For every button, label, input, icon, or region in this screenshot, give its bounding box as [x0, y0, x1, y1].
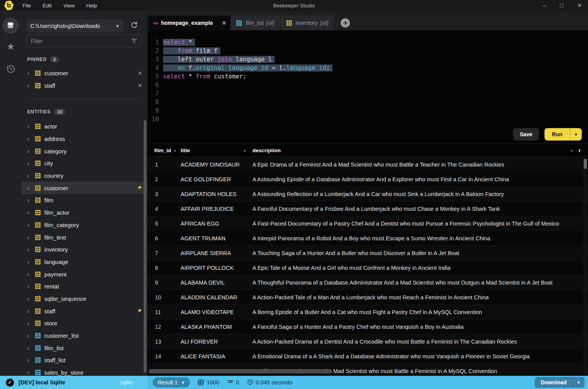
- history-panel-button[interactable]: [0, 64, 21, 74]
- chevron-right-icon[interactable]: ›: [27, 320, 35, 326]
- entity-item-inventory[interactable]: ›inventory: [21, 243, 148, 256]
- menu-edit[interactable]: Edit: [43, 3, 52, 9]
- unpin-close-icon[interactable]: ✕: [138, 70, 142, 76]
- vertical-scrollbar-thumb[interactable]: [584, 159, 587, 169]
- table-row[interactable]: 8AIRPORT POLLOCKA Epic Tale of a Moose A…: [148, 260, 588, 275]
- cell-title[interactable]: AIRPLANE SIERRA: [181, 250, 252, 256]
- download-dropdown-button[interactable]: ▼: [572, 377, 585, 388]
- cell-description[interactable]: A Astounding Epistle of a Database Admin…: [252, 176, 588, 182]
- chevron-right-icon[interactable]: ›: [27, 197, 35, 203]
- chevron-right-icon[interactable]: ›: [27, 172, 35, 179]
- cell-description[interactable]: A Fast-Paced Documentary of a Pastry Che…: [252, 221, 588, 227]
- table-row[interactable]: 11ALAMO VIDEOTAPEA Boring Epistle of a B…: [148, 305, 588, 320]
- table-row[interactable]: 6AGENT TRUMANA Intrepid Panorama of a Ro…: [148, 231, 588, 246]
- cell-film-id[interactable]: 13: [148, 339, 181, 345]
- unpin-close-icon[interactable]: ✕: [138, 83, 142, 89]
- table-row[interactable]: 5AFRICAN EGGA Fast-Paced Documentary of …: [148, 216, 588, 231]
- chevron-right-icon[interactable]: ›: [27, 234, 35, 241]
- cell-title[interactable]: AIRPORT POLLOCK: [181, 265, 252, 271]
- chevron-right-icon[interactable]: ›: [27, 148, 35, 155]
- cell-description[interactable]: A Action-Packed Drama of a Dentist And a…: [252, 339, 588, 345]
- table-row[interactable]: 7AIRPLANE SIERRAA Touching Saga of a Hun…: [148, 246, 588, 260]
- tab-inventory[interactable]: inventory[all]: [281, 16, 335, 30]
- tab-homepage_example[interactable]: <>homepage_example✕: [148, 16, 231, 30]
- maximize-icon[interactable]: □: [560, 2, 563, 9]
- chevron-right-icon[interactable]: ›: [27, 70, 35, 76]
- chevron-right-icon[interactable]: ›: [27, 357, 35, 363]
- column-header-description[interactable]: description: [252, 148, 570, 153]
- cell-description[interactable]: A Boring Epistle of a Butler And a Cat w…: [252, 309, 588, 315]
- chevron-right-icon[interactable]: ›: [27, 345, 35, 351]
- chevron-right-icon[interactable]: ›: [27, 209, 35, 216]
- entity-item-address[interactable]: ›address: [21, 133, 148, 145]
- entity-item-country[interactable]: ›country: [21, 170, 148, 182]
- close-icon[interactable]: ✕: [577, 2, 582, 9]
- table-row[interactable]: 12ALASKA PHANTOMA Fanciful Saga of a Hun…: [148, 320, 588, 334]
- entity-item-actor[interactable]: ›actor: [21, 120, 148, 133]
- cell-description[interactable]: A Thoughtful Panorama of a Database Admi…: [252, 280, 588, 286]
- tab-film_list[interactable]: film_list[all]: [231, 16, 280, 30]
- column-header-truncated[interactable]: ▲ r: [570, 148, 588, 153]
- table-row[interactable]: 4AFFAIR PREJUDICEA Fanciful Documentary …: [148, 201, 588, 216]
- entity-item-sales_by_store[interactable]: ›sales_by_store: [21, 366, 148, 376]
- connection-select[interactable]: C:\Users\ghstng\Downloads ▼: [26, 19, 124, 32]
- cell-film-id[interactable]: 4: [148, 206, 181, 212]
- chevron-right-icon[interactable]: ›: [27, 259, 35, 265]
- cell-film-id[interactable]: 2: [148, 176, 181, 182]
- cell-description[interactable]: A Epic Drama of a Feminist And a Mad Sci…: [252, 162, 588, 168]
- entity-item-film_actor[interactable]: ›film_actor: [21, 207, 148, 219]
- pin-icon[interactable]: [137, 308, 142, 314]
- chevron-right-icon[interactable]: ›: [27, 222, 35, 228]
- chevron-right-icon[interactable]: ›: [27, 123, 35, 130]
- pin-icon[interactable]: [137, 185, 142, 191]
- entity-item-payment[interactable]: ›payment: [21, 268, 148, 280]
- favorites-panel-button[interactable]: ★: [0, 41, 21, 52]
- chevron-right-icon[interactable]: ›: [27, 271, 35, 278]
- table-row[interactable]: 9ALABAMA DEVILA Thoughtful Panorama of a…: [148, 275, 588, 290]
- save-button[interactable]: Save: [513, 128, 539, 141]
- tab-close-icon[interactable]: ✕: [222, 20, 226, 26]
- run-button[interactable]: Run ▼: [545, 128, 582, 141]
- entity-item-film_category[interactable]: ›film_category: [21, 219, 148, 231]
- chevron-right-icon[interactable]: ›: [27, 185, 35, 191]
- pinned-item-staff[interactable]: ›staff✕: [21, 79, 148, 92]
- chevron-right-icon[interactable]: ›: [27, 369, 35, 376]
- chevron-right-icon[interactable]: ›: [27, 283, 35, 290]
- cell-description[interactable]: A Intrepid Panorama of a Robot And a Boy…: [252, 235, 588, 241]
- entity-item-staff_list[interactable]: ›staff_list: [21, 354, 148, 366]
- download-button-label[interactable]: Download: [535, 377, 572, 388]
- table-row[interactable]: 13ALI FOREVERA Action-Packed Drama of a …: [148, 334, 588, 349]
- table-row[interactable]: 2ACE GOLDFINGERA Astounding Epistle of a…: [148, 172, 588, 187]
- new-tab-button[interactable]: +: [341, 18, 350, 28]
- cell-film-id[interactable]: 6: [148, 235, 181, 241]
- result-selector-button[interactable]: Result 1 ▼: [153, 377, 190, 387]
- menu-file[interactable]: File: [23, 3, 31, 9]
- cell-description[interactable]: A Epic Tale of a Moose And a Girl who mu…: [252, 265, 588, 271]
- cell-film-id[interactable]: 12: [148, 324, 181, 330]
- entity-item-film_text[interactable]: ›film_text: [21, 231, 148, 243]
- cell-film-id[interactable]: 1: [148, 162, 181, 168]
- column-header-title[interactable]: title ▲: [181, 148, 252, 153]
- column-header-film-id[interactable]: film_id ▲: [148, 148, 181, 153]
- menu-view[interactable]: View: [63, 3, 75, 9]
- chevron-right-icon[interactable]: ›: [27, 308, 35, 314]
- sidebar-scrollbar[interactable]: [144, 120, 146, 373]
- cell-title[interactable]: AFFAIR PREJUDICE: [181, 206, 252, 212]
- cell-title[interactable]: ALASKA PHANTOM: [181, 324, 252, 330]
- chevron-right-icon[interactable]: ›: [27, 332, 35, 339]
- entity-item-city[interactable]: ›city: [21, 157, 148, 170]
- database-panel-button[interactable]: [2, 17, 19, 34]
- entity-item-film_list[interactable]: ›film_list: [21, 342, 148, 354]
- entity-item-film[interactable]: ›film: [21, 194, 148, 207]
- entity-item-staff[interactable]: ›staff: [21, 305, 148, 317]
- cell-film-id[interactable]: 3: [148, 191, 181, 197]
- cell-title[interactable]: AFRICAN EGG: [181, 221, 252, 227]
- horizontal-scrollbar[interactable]: [149, 369, 332, 373]
- cell-title[interactable]: ACADEMY DINOSAUR: [181, 162, 252, 168]
- cell-film-id[interactable]: 14: [148, 353, 181, 359]
- entity-item-store[interactable]: ›store: [21, 317, 148, 330]
- table-row[interactable]: 14ALICE FANTASIAA Emotional Drama of a A…: [148, 349, 588, 364]
- cell-film-id[interactable]: 7: [148, 250, 181, 256]
- cell-film-id[interactable]: 5: [148, 221, 181, 227]
- cell-description[interactable]: A Astounding Reflection of a Lumberjack …: [252, 191, 588, 197]
